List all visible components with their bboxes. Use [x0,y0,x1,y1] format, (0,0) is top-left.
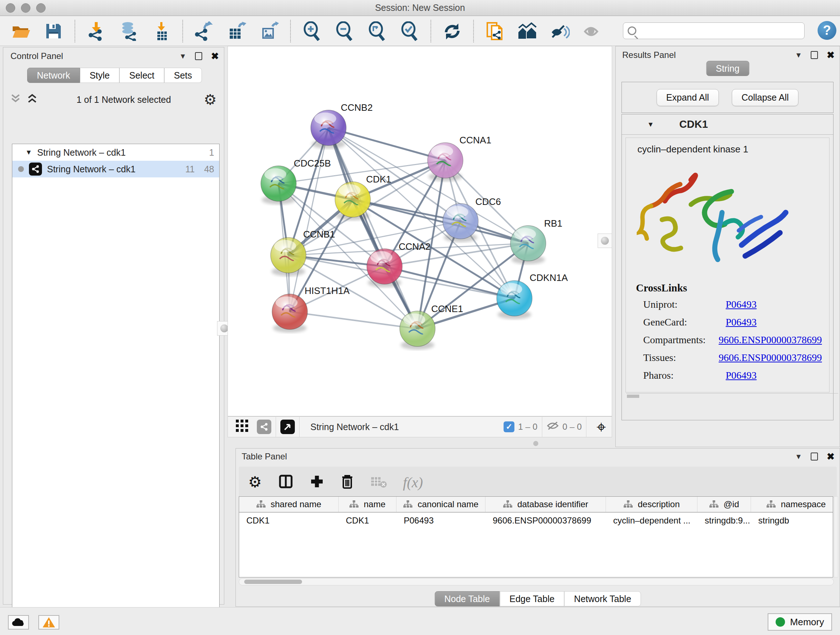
function-builder-icon[interactable]: f(x) [403,474,423,491]
delete-table-icon[interactable] [370,475,387,489]
search-input[interactable] [640,26,800,36]
crosslink-link[interactable]: 9606.ENSP00000378699 [719,352,822,363]
zoom-in-icon[interactable] [302,21,322,41]
right-splitter-handle[interactable] [598,233,612,248]
tab-select[interactable]: Select [119,68,164,83]
cell-description[interactable]: cyclin–dependent ... [606,513,698,529]
export-image-icon[interactable] [259,21,279,41]
node-position-icon[interactable]: ⌖ [597,418,606,435]
search-box[interactable] [623,22,805,39]
import-table-icon[interactable] [151,21,172,41]
crosslink-link[interactable]: P06493 [726,317,757,328]
network-label: String Network – cdk1 [47,164,136,174]
minimize-window-button[interactable] [21,3,30,13]
cell-database-identifier[interactable]: 9606.ENSP00000378699 [485,513,606,529]
collection-expand-icon[interactable]: ▼ [25,149,32,157]
tab-style[interactable]: Style [80,68,120,83]
first-neighbors-icon[interactable] [517,21,538,41]
column-header-canonical-name[interactable]: canonical name [396,497,485,512]
bottom-splitter-handle[interactable] [533,441,538,446]
network-selection-summary: 1 of 1 Network selected [44,95,204,105]
tab-string[interactable]: String [706,61,749,76]
show-columns-icon[interactable] [278,473,294,491]
open-session-icon[interactable] [11,21,31,41]
apply-layout-icon[interactable] [442,21,462,41]
expand-all-icon[interactable] [27,93,37,106]
hide-selected-icon[interactable] [550,21,570,41]
collapse-all-icon[interactable] [11,93,21,106]
float-panel-icon[interactable] [195,52,202,60]
warnings-button[interactable] [38,615,59,630]
tab-sets[interactable]: Sets [164,68,202,83]
table-tabs: Node Table Edge Table Network Table [434,591,641,606]
zoom-window-button[interactable] [36,3,46,13]
column-header--id[interactable]: @id [698,497,751,512]
column-header-database-identifier[interactable]: database identifier [485,497,606,512]
expand-all-button[interactable]: Expand All [657,89,719,106]
tab-network-table[interactable]: Network Table [564,591,641,606]
network-share-icon[interactable] [257,420,271,434]
collapse-all-button[interactable]: Collapse All [732,89,799,106]
crosslink-link[interactable]: P06493 [726,370,757,381]
selected-nodes-checkbox[interactable]: ✓ [504,421,515,432]
column-header-description[interactable]: description [606,497,698,512]
zoom-fit-icon[interactable] [367,21,387,41]
cell-shared-name[interactable]: CDK1 [239,513,339,529]
collection-count: 1 [209,147,214,158]
zoom-out-icon[interactable] [334,21,355,41]
column-header-namespace[interactable]: namespace [751,497,833,512]
export-table-icon[interactable] [226,21,247,41]
table-menu-icon[interactable]: ▼ [795,453,802,461]
cloud-button[interactable] [8,615,29,630]
network-collection-row[interactable]: ▼ String Network – cdk1 1 [12,144,219,161]
memory-button[interactable]: Memory [767,613,832,631]
window-controls[interactable] [6,3,46,13]
table-close-icon[interactable]: ✖ [827,452,835,461]
table-row[interactable]: CDK1CDK1P064939606.ENSP00000378699cyclin… [239,513,833,529]
network-row[interactable]: String Network – cdk1 11 48 [12,161,219,177]
results-menu-icon[interactable]: ▼ [795,51,802,59]
cell--id[interactable]: stringdb:9... [698,513,751,529]
network-options-gear-icon[interactable]: ⚙ [204,92,217,107]
node-HIST1H1A: HIST1H1A [272,285,350,333]
table-float-icon[interactable] [811,453,818,461]
results-float-icon[interactable] [811,51,818,59]
column-header-name[interactable]: name [339,497,396,512]
cell-namespace[interactable]: stringdb [751,513,833,529]
tab-network[interactable]: Network [27,68,80,83]
column-header-shared-name[interactable]: shared name [239,497,339,512]
create-column-icon[interactable] [309,474,324,490]
close-panel-icon[interactable]: ✖ [211,51,219,61]
results-close-icon[interactable]: ✖ [827,50,835,60]
crosslink-link[interactable]: P06493 [726,299,757,310]
cloud-icon [11,617,26,627]
edge-HIST1H1A-CCNE1 [290,312,417,329]
zoom-selected-icon[interactable] [399,21,420,41]
crosslink-label: Compartments: [643,334,719,346]
export-network-icon[interactable] [194,21,214,41]
import-network-file-icon[interactable] [86,21,106,41]
help-icon[interactable]: ? [818,21,836,40]
cell-name[interactable]: CDK1 [339,513,396,529]
birds-eye-view-icon[interactable] [280,420,295,434]
import-network-database-icon[interactable] [118,21,139,41]
cell-canonical-name[interactable]: P06493 [396,513,485,529]
duplicate-network-icon[interactable] [485,21,505,41]
tab-node-table[interactable]: Node Table [434,591,500,606]
delete-column-icon[interactable] [340,473,355,491]
network-canvas[interactable]: CCNB2 CCNA1 CDC25B [227,46,612,416]
results-scrollbar[interactable] [626,393,838,398]
close-window-button[interactable] [6,3,15,13]
crosslink-link[interactable]: 9606.ENSP00000378699 [719,334,822,346]
save-session-icon[interactable] [43,21,64,41]
node-CDKN1A: CDKN1A [497,272,568,319]
show-all-icon[interactable] [583,21,603,41]
window-title: Session: New Session [375,3,465,13]
panel-menu-icon[interactable]: ▼ [179,52,186,60]
table-vertical-scrollbar[interactable] [834,496,838,578]
table-settings-gear-icon[interactable]: ⚙ [248,475,262,490]
table-horizontal-scrollbar[interactable] [239,578,834,585]
tab-edge-table[interactable]: Edge Table [500,591,564,606]
grid-view-icon[interactable] [235,419,249,435]
gene-collapse-icon[interactable]: ▼ [647,120,654,128]
